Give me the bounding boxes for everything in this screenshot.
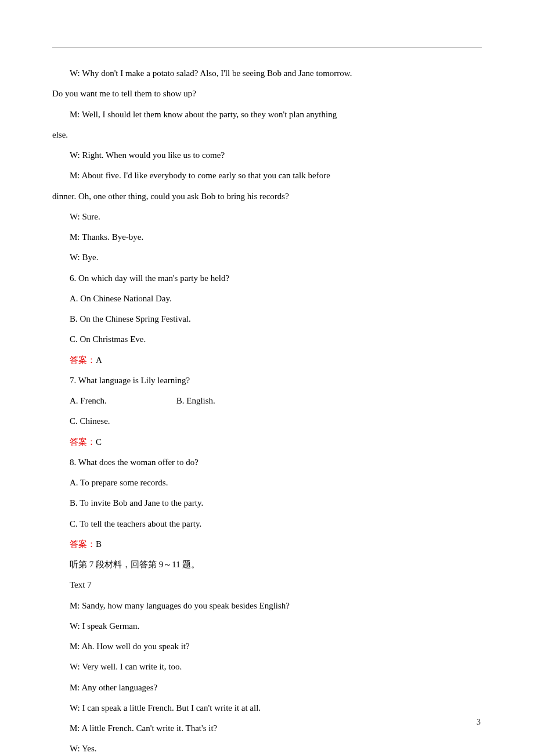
text: 7. What language is Lily learning?	[70, 376, 190, 385]
text: W: I speak German.	[70, 621, 139, 631]
text: B. English.	[176, 396, 215, 405]
text: W: Yes.	[70, 744, 97, 753]
answer-label: 答案：	[70, 437, 96, 447]
text: M: Any other languages?	[70, 683, 157, 692]
text: B. On the Chinese Spring Festival.	[70, 314, 191, 323]
dialogue-line: W: Very well. I can write it, too.	[52, 657, 482, 677]
option-line: C. On Christmas Eve.	[52, 329, 482, 350]
answer-line: 答案：A	[52, 350, 482, 370]
dialogue-line: W: Right. When would you like us to come…	[52, 145, 482, 165]
answer-value: B	[96, 539, 102, 549]
dialogue-line: M: Ah. How well do you speak it?	[52, 636, 482, 657]
text: Do you want me to tell them to show up?	[52, 89, 196, 98]
option-line: A. To prepare some records.	[52, 473, 482, 493]
answer-line: 答案：B	[52, 534, 482, 555]
dialogue-line: W: I speak German.	[52, 616, 482, 636]
option-line: A. French.B. English.	[52, 391, 482, 411]
option-line: A. On Chinese National Day.	[52, 289, 482, 309]
text: B. To invite Bob and Jane to the party.	[70, 498, 203, 507]
dialogue-line: M: Any other languages?	[52, 678, 482, 698]
text: W: Sure.	[70, 212, 100, 221]
text: 8. What does the woman offer to do?	[70, 458, 199, 467]
dialogue-line: M: Thanks. Bye-bye.	[52, 227, 482, 247]
text: A. On Chinese National Day.	[70, 294, 172, 303]
dialogue-line: W: I can speak a little French. But I ca…	[52, 698, 482, 718]
text: A. French.	[70, 396, 107, 405]
answer-label: 答案：	[70, 355, 96, 365]
text: M: About five. I'd like everybody to com…	[70, 171, 330, 180]
option-line: C. Chinese.	[52, 411, 482, 431]
text: else.	[52, 130, 68, 139]
question-line: 6. On which day will the man's party be …	[52, 268, 482, 289]
dialogue-line: M: Well, I should let them know about th…	[52, 105, 482, 125]
instruction-line: 听第 7 段材料，回答第 9～11 题。	[52, 555, 482, 575]
question-line: 8. What does the woman offer to do?	[52, 452, 482, 473]
text: A. To prepare some records.	[70, 478, 168, 487]
dialogue-line: else.	[52, 125, 482, 145]
page-number: 3	[477, 718, 481, 727]
option-line: B. To invite Bob and Jane to the party.	[52, 493, 482, 513]
dialogue-line: dinner. Oh, one other thing, could you a…	[52, 186, 482, 207]
text: Text 7	[70, 580, 92, 589]
option-line: B. On the Chinese Spring Festival.	[52, 309, 482, 329]
text: 6. On which day will the man's party be …	[70, 273, 229, 283]
answer-value: C	[96, 437, 102, 447]
answer-value: A	[96, 355, 102, 365]
text-heading: Text 7	[52, 575, 482, 595]
text: W: Why don't I make a potato salad? Also…	[70, 69, 352, 78]
dialogue-line: M: Sandy, how many languages do you spea…	[52, 596, 482, 616]
text: C. Chinese.	[70, 416, 110, 426]
text: M: Well, I should let them know about th…	[70, 110, 337, 119]
text: W: Bye.	[70, 253, 98, 262]
text: M: Ah. How well do you speak it?	[70, 642, 190, 651]
text: C. On Christmas Eve.	[70, 334, 146, 344]
dialogue-line: M: About five. I'd like everybody to com…	[52, 165, 482, 186]
dialogue-line: W: Sure.	[52, 207, 482, 227]
question-line: 7. What language is Lily learning?	[52, 370, 482, 391]
dialogue-line: W: Bye.	[52, 247, 482, 268]
top-divider	[52, 48, 482, 48]
text: M: A little French. Can't write it. That…	[70, 723, 217, 733]
answer-line: 答案：C	[52, 432, 482, 452]
text: dinner. Oh, one other thing, could you a…	[52, 192, 289, 201]
text: W: I can speak a little French. But I ca…	[70, 703, 261, 712]
text: W: Very well. I can write it, too.	[70, 662, 182, 671]
dialogue-line: M: A little French. Can't write it. That…	[52, 718, 482, 739]
text: C. To tell the teachers about the party.	[70, 519, 201, 528]
text: 听第 7 段材料，回答第 9～11 题。	[70, 560, 200, 569]
option-line: C. To tell the teachers about the party.	[52, 514, 482, 534]
answer-label: 答案：	[70, 539, 96, 549]
dialogue-line: W: Why don't I make a potato salad? Also…	[52, 63, 482, 84]
dialogue-line: Do you want me to tell them to show up?	[52, 84, 482, 104]
text: M: Thanks. Bye-bye.	[70, 232, 143, 242]
dialogue-line: W: Yes.	[52, 739, 482, 756]
text: W: Right. When would you like us to come…	[70, 150, 225, 160]
text: M: Sandy, how many languages do you spea…	[70, 601, 290, 610]
